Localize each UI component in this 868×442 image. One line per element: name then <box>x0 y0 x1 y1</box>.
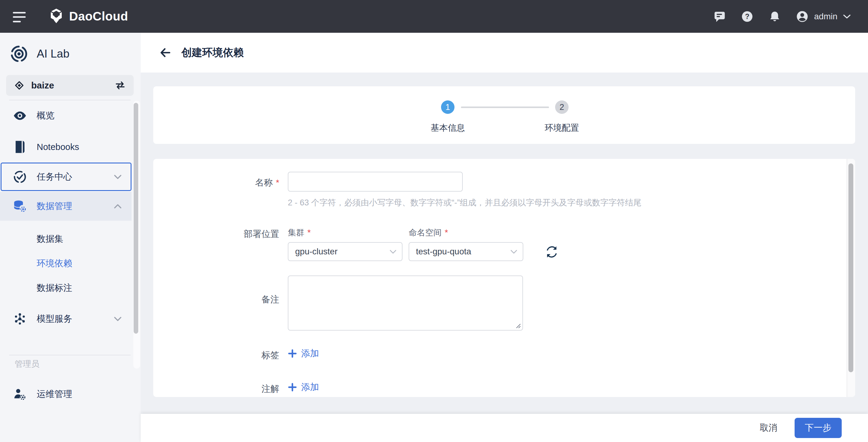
notifications-bell-icon[interactable] <box>768 10 781 23</box>
namespace-label-row: 命名空间* <box>409 227 448 238</box>
sidebar-item-label: Notebooks <box>37 142 79 152</box>
notes-textarea[interactable] <box>288 275 523 331</box>
sidebar-item-model-services[interactable]: 模型服务 <box>0 310 131 328</box>
chevron-down-icon <box>114 317 122 321</box>
namespace-value: test-gpu-quota <box>416 247 471 257</box>
daocloud-console: DaoCloud ? admin <box>0 0 868 442</box>
required-asterisk: * <box>445 228 448 237</box>
stepper-card: 1 2 基本信息 环境配置 <box>153 86 855 144</box>
sidebar-subitem-datasets[interactable]: 数据集 <box>0 231 131 247</box>
sidebar-item-task-center[interactable]: 任务中心 <box>0 168 131 186</box>
notebook-icon <box>13 140 27 154</box>
form-card: 名称* 2 - 63 个字符，必须由小写字母、数字字符或“-”组成，并且必须以字… <box>153 159 855 397</box>
required-asterisk: * <box>276 178 279 187</box>
name-help-text: 2 - 63 个字符，必须由小写字母、数字字符或“-”组成，并且必须以字母开头及… <box>288 197 642 208</box>
sidebar-scrollbar-thumb[interactable] <box>134 103 138 334</box>
hamburger-menu-icon[interactable] <box>13 12 26 22</box>
brand-name: DaoCloud <box>69 9 128 23</box>
namespace-select[interactable]: test-gpu-quota <box>409 242 523 261</box>
plus-icon <box>288 349 297 358</box>
sidebar-subitem-label: 数据标注 <box>37 282 72 294</box>
sidebar-item-label: 运维管理 <box>37 388 72 401</box>
add-tag-label: 添加 <box>301 347 319 360</box>
step-1-label: 基本信息 <box>414 122 482 134</box>
user-chevron-down-icon <box>843 14 851 19</box>
page-title: 创建环境依赖 <box>181 46 244 60</box>
page-header: 创建环境依赖 <box>141 33 868 72</box>
step-2-label: 环境配置 <box>528 122 595 134</box>
topbar-actions: ? admin <box>713 10 851 23</box>
sidebar-item-ops-mgmt[interactable]: 运维管理 <box>0 385 131 404</box>
chevron-up-icon <box>114 204 122 209</box>
add-annotation-label: 添加 <box>301 381 319 393</box>
refresh-icon[interactable] <box>545 245 559 259</box>
switch-workspace-icon[interactable] <box>115 81 126 90</box>
sidebar-item-label: 数据管理 <box>37 200 72 212</box>
back-arrow-icon[interactable] <box>158 46 172 59</box>
sidebar: AI Lab baize 概览 <box>0 33 141 442</box>
main-content: 创建环境依赖 1 2 基本信息 环境配置 名称* 2 - 63 个字符，必须由小… <box>141 33 868 442</box>
workspace-name: baize <box>31 80 54 91</box>
cluster-label-row: 集群* <box>288 227 311 238</box>
sidebar-item-label: 模型服务 <box>37 313 72 325</box>
annotations-label: 注解 <box>153 383 279 395</box>
topbar: DaoCloud ? admin <box>0 0 868 33</box>
task-check-icon <box>13 170 27 184</box>
chevron-down-icon <box>510 250 517 254</box>
chevron-down-icon <box>114 175 122 179</box>
form-scrollbar-thumb[interactable] <box>848 164 853 372</box>
workspace-switcher[interactable]: baize <box>6 75 134 96</box>
step-connector-line <box>461 107 549 108</box>
sidebar-subitem-label: 数据集 <box>37 233 63 245</box>
daocloud-cube-icon <box>48 8 64 25</box>
name-label: 名称 <box>255 178 273 187</box>
sidebar-divider <box>9 100 131 100</box>
add-annotation-button[interactable]: 添加 <box>288 381 319 393</box>
name-label-row: 名称* <box>153 177 279 189</box>
sidebar-subitem-env-deps[interactable]: 环境依赖 <box>0 255 131 272</box>
add-tag-button[interactable]: 添加 <box>288 347 319 360</box>
help-icon[interactable]: ? <box>741 10 754 23</box>
user-gear-icon <box>13 387 27 401</box>
namespace-label: 命名空间 <box>409 228 442 237</box>
section-label-admin: 管理员 <box>15 358 39 370</box>
avatar <box>796 10 809 23</box>
product-name: AI Lab <box>37 48 69 60</box>
step-1-circle: 1 <box>441 100 455 114</box>
eye-icon <box>13 109 27 123</box>
required-asterisk: * <box>307 228 311 237</box>
step-2-circle: 2 <box>555 100 568 114</box>
deploy-label: 部署位置 <box>153 228 279 240</box>
user-menu[interactable]: admin <box>796 10 851 23</box>
ai-lab-icon <box>10 45 28 63</box>
wizard-footer: 取消 下一步 <box>141 414 868 442</box>
username: admin <box>814 11 837 22</box>
model-hub-icon <box>13 312 27 326</box>
cluster-value: gpu-cluster <box>295 247 338 257</box>
feedback-chat-icon[interactable] <box>713 10 726 23</box>
sidebar-subitem-data-annotation[interactable]: 数据标注 <box>0 279 131 297</box>
notes-label: 备注 <box>153 294 279 306</box>
sidebar-divider <box>9 355 131 355</box>
database-gear-icon <box>13 199 27 213</box>
sidebar-subitem-label: 环境依赖 <box>37 258 72 270</box>
sidebar-item-overview[interactable]: 概览 <box>0 106 131 125</box>
sidebar-item-data-mgmt[interactable]: 数据管理 <box>0 197 131 216</box>
tags-label: 标签 <box>153 349 279 361</box>
svg-text:?: ? <box>745 12 749 20</box>
plus-icon <box>288 383 297 392</box>
sidebar-item-label: 概览 <box>37 110 55 122</box>
cluster-select[interactable]: gpu-cluster <box>288 242 403 261</box>
sidebar-item-notebooks[interactable]: Notebooks <box>0 138 131 156</box>
sidebar-item-label: 任务中心 <box>37 171 72 183</box>
cancel-button[interactable]: 取消 <box>760 422 777 434</box>
cluster-label: 集群 <box>288 228 304 237</box>
product-header: AI Lab <box>10 45 69 63</box>
next-step-button[interactable]: 下一步 <box>795 418 842 438</box>
workspace-icon <box>15 81 24 90</box>
name-input[interactable] <box>288 172 463 191</box>
daocloud-logo[interactable]: DaoCloud <box>48 8 128 25</box>
chevron-down-icon <box>390 250 396 254</box>
